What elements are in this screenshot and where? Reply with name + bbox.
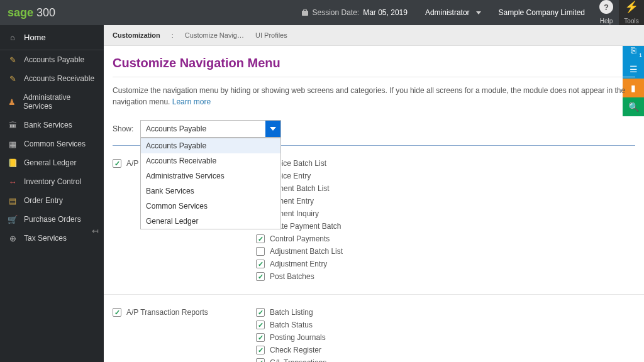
intro-text: Customize the navigation menu by hiding … <box>104 77 644 115</box>
screen-label: Post Batches <box>270 272 314 281</box>
chevron-down-icon <box>270 127 276 131</box>
session-date[interactable]: Session Date: Mar 05, 2019 <box>293 0 416 25</box>
chevron-down-icon <box>476 11 481 14</box>
sidebar-item[interactable]: ▤Order Entry <box>0 191 104 210</box>
module-icon: ▦ <box>8 140 18 148</box>
screen-label: Posting Journals <box>270 333 326 342</box>
screen-item[interactable]: Adjustment Entry <box>256 258 635 270</box>
sidebar-item[interactable]: ↔Inventory Control <box>0 172 104 191</box>
lock-icon <box>302 9 308 16</box>
module-icon: ✎ <box>8 74 18 83</box>
sidebar-item-label: Administrative Services <box>23 93 96 111</box>
sidebar-home-label: Home <box>24 33 46 42</box>
sidebar-item-label: Bank Services <box>24 121 72 129</box>
crumb-uiprofiles[interactable]: UI Profiles <box>255 31 287 39</box>
company-name[interactable]: Sample Company Limited <box>490 0 594 25</box>
screen-item[interactable]: Check Register <box>256 344 635 356</box>
sidebar-item[interactable]: ✎Accounts Receivable <box>0 69 104 88</box>
user-menu[interactable]: Administrator <box>416 0 490 25</box>
user-name: Administrator <box>425 8 470 17</box>
sidebar-item[interactable]: 🛒Purchase Orders <box>0 210 104 229</box>
sidebar-item-label: Tax Services <box>24 234 67 243</box>
dropdown-option[interactable]: General Ledger <box>141 214 280 229</box>
dropdown-option[interactable]: Common Services <box>141 199 280 214</box>
screen-item[interactable]: …ment Inquiry <box>256 207 635 220</box>
dropdown-selected: Accounts Payable <box>141 124 265 133</box>
module-icon: 🛒 <box>8 215 18 224</box>
module-icon: ♟ <box>8 97 17 106</box>
help-button[interactable]: ? Help <box>594 0 619 25</box>
checkbox-icon[interactable] <box>256 234 265 243</box>
module-dropdown[interactable]: Accounts Payable <box>140 120 281 138</box>
module-icon: ✎ <box>8 55 18 64</box>
home-icon: ⌂ <box>8 33 18 42</box>
show-label: Show: <box>113 124 133 133</box>
checkbox-icon[interactable] <box>256 272 265 281</box>
company-label: Sample Company Limited <box>499 8 585 17</box>
checkbox-icon[interactable] <box>256 358 265 362</box>
checkbox-icon[interactable] <box>256 346 265 354</box>
module-dropdown-wrap: Accounts Payable Accounts PayableAccount… <box>140 120 281 138</box>
screen-label: G/L Transactions <box>270 358 326 362</box>
checkbox-icon[interactable] <box>256 321 265 329</box>
sidebar-home[interactable]: ⌂ Home <box>0 25 104 50</box>
checkbox-icon[interactable] <box>113 308 121 317</box>
module-icon: ⊕ <box>8 234 18 243</box>
session-value: Mar 05, 2019 <box>363 8 408 17</box>
screen-item[interactable]: …ment Batch List <box>256 182 635 195</box>
sidebar-item[interactable]: ⊕Tax Services <box>0 229 104 248</box>
screen-item[interactable]: Batch Listing <box>256 306 635 319</box>
screen-label: Batch Listing <box>270 308 313 317</box>
breadcrumb: Customization : Customize Navig… UI Prof… <box>104 25 644 46</box>
app-logo: sage 300 <box>8 6 55 19</box>
screen-item[interactable]: Control Payments <box>256 233 635 245</box>
checkbox-icon[interactable] <box>256 260 265 268</box>
screen-item[interactable]: Post Batches <box>256 270 635 283</box>
crumb-customize[interactable]: Customize Navig… <box>185 31 244 39</box>
screen-item[interactable]: …ment Entry <box>256 195 635 207</box>
screen-item[interactable]: Batch Status <box>256 319 635 331</box>
module-icon: ↔ <box>8 177 18 186</box>
learn-more-link[interactable]: Learn more <box>172 97 211 106</box>
screen-label: Adjustment Entry <box>270 260 327 268</box>
screen-item[interactable]: …ate Payment Batch <box>256 220 635 233</box>
dropdown-option[interactable]: Bank Services <box>141 184 280 199</box>
module-icon: 🏛 <box>8 121 18 129</box>
screen-label: Check Register <box>270 346 321 354</box>
sidebar-item[interactable]: ▦Common Services <box>0 134 104 153</box>
sidebar-item[interactable]: 🏛Bank Services <box>0 116 104 134</box>
screen-item[interactable]: Adjustment Batch List <box>256 245 635 258</box>
help-label: Help <box>600 18 613 25</box>
screen-item[interactable]: Posting Journals <box>256 331 635 344</box>
module-icon: ▤ <box>8 196 18 205</box>
page-title: Customize Navigation Menu <box>104 46 644 77</box>
app-header: sage 300 Session Date: Mar 05, 2019 Admi… <box>0 0 644 25</box>
tools-button[interactable]: ⚡ Tools <box>619 0 644 25</box>
session-label: Session Date: <box>312 8 359 17</box>
screen-label: Batch Status <box>270 321 313 329</box>
sidebar-item[interactable]: 📒General Ledger <box>0 153 104 172</box>
screen-item[interactable]: G/L Transactions <box>256 356 635 362</box>
screen-label: Adjustment Batch List <box>270 247 343 256</box>
category-label: A/P <box>126 159 138 168</box>
sidebar-item-label: General Ledger <box>24 158 76 167</box>
sidebar-collapse[interactable]: ↤ <box>92 226 99 236</box>
screen-item[interactable]: …oice Entry <box>256 170 635 182</box>
dropdown-option[interactable]: Accounts Receivable <box>141 153 280 168</box>
logo-300: 300 <box>33 6 55 19</box>
dropdown-list: Accounts PayableAccounts ReceivableAdmin… <box>140 138 281 229</box>
checkbox-icon[interactable] <box>256 308 265 317</box>
sidebar-item[interactable]: ♟Administrative Services <box>0 88 104 116</box>
sidebar-item[interactable]: ✎Accounts Payable <box>0 50 104 69</box>
dropdown-option[interactable]: Accounts Payable <box>141 138 280 153</box>
show-filter-row: Show: Accounts Payable Accounts PayableA… <box>104 115 644 140</box>
screen-item[interactable]: …oice Batch List <box>256 157 635 170</box>
dropdown-toggle[interactable] <box>265 121 280 137</box>
dropdown-option[interactable]: Administrative Services <box>141 168 280 184</box>
sidebar-item-label: Accounts Receivable <box>24 74 94 83</box>
checkbox-icon[interactable] <box>256 247 265 256</box>
checkbox-icon[interactable] <box>256 333 265 342</box>
category-item[interactable]: A/P Transaction Reports <box>113 306 256 319</box>
checkbox-icon[interactable] <box>113 159 121 168</box>
help-icon: ? <box>599 0 613 14</box>
